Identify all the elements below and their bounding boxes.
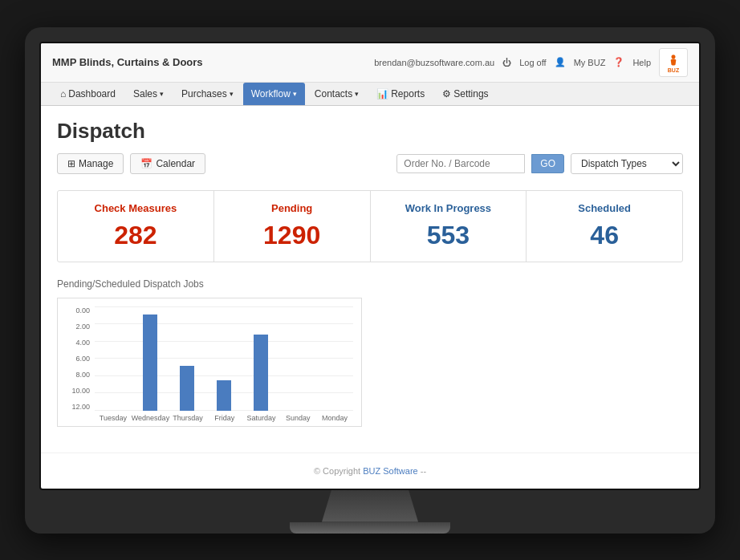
go-button[interactable]: GO — [531, 154, 564, 173]
chart-bars-wrapper — [95, 306, 353, 411]
nav-bar: ⌂ Dashboard Sales ▾ Purchases ▾ Workflow… — [41, 83, 699, 106]
chevron-down-icon: ▾ — [355, 90, 359, 98]
chart-icon: 📊 — [376, 88, 388, 99]
home-icon: ⌂ — [60, 88, 66, 99]
footer: © Copyright BUZ Software -- — [41, 452, 699, 489]
manage-button[interactable]: ⊞ Manage — [57, 153, 124, 174]
x-label: Saturday — [243, 414, 280, 422]
log-off-link[interactable]: Log off — [519, 58, 546, 67]
chevron-down-icon: ▾ — [160, 90, 164, 98]
check-measures-value: 282 — [66, 221, 205, 250]
user-icon: 👤 — [555, 57, 566, 67]
buz-logo: BUZ — [659, 48, 688, 77]
toolbar: ⊞ Manage 📅 Calendar GO Dispatch Types — [57, 153, 683, 174]
nav-workflow-label: Workflow — [251, 88, 291, 99]
chevron-down-icon: ▾ — [230, 90, 234, 98]
nav-settings[interactable]: ⚙ Settings — [434, 83, 496, 105]
nav-reports-label: Reports — [391, 88, 425, 99]
chevron-down-icon: ▾ — [293, 90, 297, 98]
status-cards: Check Measures 282 Pending 1290 Work In … — [57, 190, 683, 262]
status-card-scheduled[interactable]: Scheduled 46 — [527, 191, 682, 262]
y-label: 2.00 — [66, 323, 90, 331]
table-icon: ⊞ — [67, 158, 75, 169]
wip-value: 553 — [379, 221, 518, 250]
scheduled-value: 46 — [535, 221, 674, 250]
pending-value: 1290 — [222, 221, 362, 250]
x-label: Thursday — [169, 414, 206, 422]
bar — [143, 314, 157, 411]
y-label: 0.00 — [66, 306, 90, 314]
pending-label: Pending — [222, 202, 362, 214]
footer-suffix: -- — [421, 466, 426, 476]
status-card-pending[interactable]: Pending 1290 — [214, 191, 371, 262]
bar-col — [132, 306, 169, 411]
user-email: brendan@buzsoftware.com.au — [374, 58, 494, 67]
nav-contacts[interactable]: Contacts ▾ — [307, 83, 367, 105]
status-card-wip[interactable]: Work In Progress 553 — [371, 191, 527, 262]
nav-sales[interactable]: Sales ▾ — [125, 83, 172, 105]
bar — [254, 335, 268, 411]
bar-col — [242, 306, 279, 411]
toolbar-right: GO Dispatch Types — [396, 153, 683, 174]
my-buz-link[interactable]: My BUZ — [574, 58, 606, 67]
x-label: Sunday — [279, 414, 316, 422]
nav-settings-label: Settings — [453, 88, 488, 99]
y-label: 6.00 — [66, 355, 90, 363]
bar-col — [279, 306, 316, 411]
status-card-check-measures[interactable]: Check Measures 282 — [58, 191, 214, 262]
dispatch-type-select[interactable]: Dispatch Types — [571, 153, 683, 174]
help-link[interactable]: Help — [632, 58, 651, 67]
x-label: Monday — [316, 414, 353, 422]
y-label: 10.00 — [66, 387, 90, 395]
nav-dashboard-label: Dashboard — [68, 88, 116, 99]
help-icon: ❓ — [613, 57, 624, 67]
x-label: Friday — [206, 414, 243, 422]
search-input[interactable] — [396, 154, 525, 173]
nav-purchases[interactable]: Purchases ▾ — [173, 83, 242, 105]
y-axis: 12.00 10.00 8.00 6.00 4.00 2.00 0.00 — [66, 306, 90, 411]
bar-col — [316, 306, 353, 411]
svg-point-0 — [672, 55, 676, 59]
calendar-button[interactable]: 📅 Calendar — [130, 153, 205, 174]
nav-sales-label: Sales — [133, 88, 157, 99]
nav-dashboard[interactable]: ⌂ Dashboard — [52, 83, 124, 105]
bar — [217, 380, 231, 411]
nav-workflow[interactable]: Workflow ▾ — [243, 83, 305, 105]
monitor-base — [290, 522, 450, 534]
chart-section: Pending/Scheduled Dispatch Jobs 12.00 10… — [57, 278, 683, 427]
gear-icon: ⚙ — [442, 88, 451, 99]
wip-label: Work In Progress — [379, 202, 518, 214]
x-label: Tuesday — [95, 414, 132, 422]
footer-link[interactable]: BUZ Software — [363, 466, 417, 476]
top-bar: MMP Blinds, Curtains & Doors brendan@buz… — [41, 43, 699, 83]
check-measures-label: Check Measures — [66, 202, 205, 214]
bar — [180, 366, 194, 411]
chart-title: Pending/Scheduled Dispatch Jobs — [57, 278, 683, 290]
y-label: 12.00 — [66, 403, 90, 411]
calendar-icon: 📅 — [140, 158, 152, 169]
main-content: Dispatch ⊞ Manage 📅 Calendar GO Dispatch… — [41, 106, 699, 452]
monitor-stand — [322, 490, 418, 522]
y-label: 8.00 — [66, 371, 90, 379]
x-labels: TuesdayWednesdayThursdayFridaySaturdaySu… — [95, 414, 353, 422]
bar-col — [95, 306, 132, 411]
bar-col — [169, 306, 205, 411]
company-name: MMP Blinds, Curtains & Doors — [52, 56, 203, 68]
nav-reports[interactable]: 📊 Reports — [368, 83, 433, 105]
log-off-icon: ⏻ — [502, 58, 511, 67]
nav-contacts-label: Contacts — [315, 88, 352, 99]
scheduled-label: Scheduled — [535, 202, 674, 214]
chart-area: 12.00 10.00 8.00 6.00 4.00 2.00 0.00 — [66, 306, 353, 411]
y-label: 4.00 — [66, 339, 90, 347]
x-label: Wednesday — [132, 414, 169, 422]
bars-row — [95, 306, 353, 411]
top-right-nav: brendan@buzsoftware.com.au ⏻ Log off 👤 M… — [374, 48, 688, 77]
chart-container: 12.00 10.00 8.00 6.00 4.00 2.00 0.00 — [57, 298, 362, 427]
bar-col — [205, 306, 242, 411]
footer-copyright: © Copyright — [314, 466, 363, 476]
page-title: Dispatch — [57, 119, 683, 144]
nav-purchases-label: Purchases — [181, 88, 227, 99]
